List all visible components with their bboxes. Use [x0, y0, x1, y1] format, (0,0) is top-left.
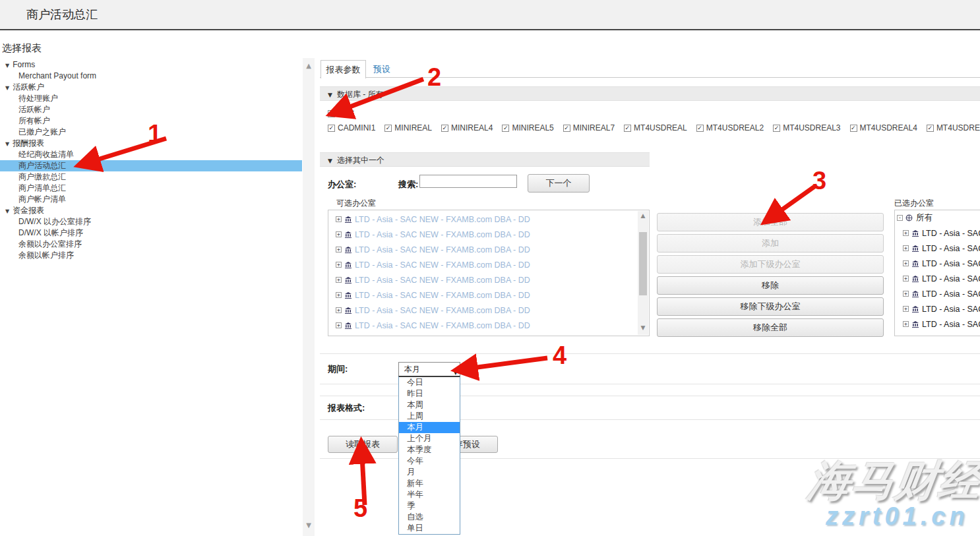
period-option[interactable]: 上个月: [399, 433, 460, 444]
database-checkbox-item[interactable]: CADMINI1: [328, 123, 375, 133]
sidebar-report-item[interactable]: 活跃帐户: [0, 104, 302, 115]
period-option[interactable]: 半年: [399, 489, 460, 500]
database-checkbox-item[interactable]: MINIREAL: [384, 123, 432, 133]
scroll-up-icon[interactable]: ▲: [638, 212, 648, 222]
sidebar-report-item[interactable]: 商户活动总汇: [0, 160, 302, 171]
sidebar-report-item[interactable]: 余额以帐户排序: [0, 250, 302, 261]
remove-all-button[interactable]: 移除全部: [657, 318, 884, 337]
next-button[interactable]: 下一个: [528, 174, 590, 193]
sidebar-report-item[interactable]: 已撤户之账户: [0, 127, 302, 138]
database-checkbox-item[interactable]: MT4USDREAL5: [927, 123, 980, 133]
selected-office-item[interactable]: +LTD - Asia - SAC NEW - FXAMB.com DBA - …: [895, 316, 980, 332]
period-option[interactable]: 今日: [399, 377, 460, 388]
selected-office-item[interactable]: +LTD - Asia - SAC NEW - FXAMB.com DBA - …: [895, 256, 980, 271]
period-option[interactable]: 昨日: [399, 388, 460, 400]
database-label: MT4USDREAL5: [936, 123, 980, 133]
expand-plus-icon[interactable]: +: [903, 245, 909, 251]
available-office-item[interactable]: +LTD - Asia - SAC NEW - FXAMB.com DBA - …: [328, 212, 637, 227]
sidebar-report-item[interactable]: 商户清单总汇: [0, 183, 302, 194]
expand-plus-icon[interactable]: +: [336, 231, 342, 237]
remove-sub-offices-button[interactable]: 移除下级办公室: [657, 297, 884, 316]
period-option[interactable]: 本月: [399, 422, 460, 433]
sidebar-report-item[interactable]: 余额以办公室排序: [0, 239, 302, 250]
database-checkbox-item[interactable]: MINIREAL4: [441, 123, 493, 133]
database-checkbox-item[interactable]: MT4USDREAL4: [850, 123, 917, 133]
tab-presets[interactable]: 预设: [367, 60, 397, 78]
selected-offices-list[interactable]: -所有+LTD - Asia - SAC NEW - FXAMB.com DBA…: [894, 210, 980, 336]
expand-plus-icon[interactable]: +: [903, 321, 909, 327]
main-scrollbar[interactable]: ▲ ▼: [303, 58, 315, 536]
sidebar-report-item[interactable]: 商户帐户清单: [0, 194, 302, 205]
selected-office-item[interactable]: +LTD - Asia - SAC NEW - FXAMB.com DBA - …: [895, 301, 980, 316]
expand-plus-icon[interactable]: +: [336, 277, 342, 283]
sidebar-group[interactable]: ▼Forms: [0, 59, 302, 71]
available-office-item[interactable]: +LTD - Asia - SAC NEW - FXAMB.com DBA - …: [328, 303, 637, 318]
expand-plus-icon[interactable]: +: [903, 276, 909, 282]
expand-plus-icon[interactable]: +: [336, 262, 342, 268]
period-option[interactable]: 新年: [399, 478, 460, 489]
period-option[interactable]: 本季度: [399, 444, 460, 456]
sidebar-report-item[interactable]: 待处理账户: [0, 93, 302, 104]
period-option[interactable]: 本周: [399, 400, 460, 411]
expand-plus-icon[interactable]: +: [903, 306, 909, 312]
office-name: LTD - Asia - SAC NEW - FXAMB.com DBA - D…: [355, 260, 530, 270]
available-office-item[interactable]: +LTD - Asia - SAC NEW - FXAMB.com DBA - …: [328, 242, 637, 257]
period-option[interactable]: 单日: [399, 523, 460, 534]
period-select[interactable]: 本月 ▼: [398, 362, 460, 376]
expand-plus-icon[interactable]: +: [336, 292, 342, 298]
expand-plus-icon[interactable]: +: [903, 260, 909, 266]
available-office-item[interactable]: +LTD - Asia - SAC NEW - FXAMB.com DBA - …: [328, 272, 637, 287]
period-option[interactable]: 今年: [399, 456, 460, 467]
database-checkbox-item[interactable]: MINIREAL7: [563, 123, 615, 133]
available-office-item[interactable]: +LTD - Asia - SAC NEW - FXAMB.com DBA - …: [328, 227, 637, 242]
selected-office-root[interactable]: -所有: [895, 210, 980, 225]
period-option[interactable]: 自选: [399, 512, 460, 523]
sidebar-report-item[interactable]: 所有帐户: [0, 115, 302, 127]
available-offices-list[interactable]: +LTD - Asia - SAC NEW - FXAMB.com DBA - …: [328, 210, 650, 336]
collapse-minus-icon[interactable]: -: [897, 215, 903, 221]
add-sub-offices-button[interactable]: 添加下级办公室: [657, 255, 884, 274]
office-search-input[interactable]: [419, 175, 517, 188]
scrollbar-thumb[interactable]: [639, 232, 647, 295]
sidebar-group[interactable]: ▼资金报表: [0, 205, 302, 216]
expand-plus-icon[interactable]: +: [336, 216, 342, 222]
scroll-down-icon[interactable]: ▼: [303, 521, 315, 532]
tab-report-parameters[interactable]: 报表参数: [321, 60, 366, 78]
sidebar-report-item[interactable]: D/W/X 以办公室排序: [0, 216, 302, 227]
sidebar-report-item[interactable]: Merchant Payout form: [0, 71, 302, 82]
available-office-item[interactable]: +LTD - Asia - SAC NEW - FXAMB.com DBA - …: [328, 318, 637, 333]
database-all-checkbox[interactable]: 所有: [328, 108, 354, 119]
load-report-button[interactable]: 读取报表: [328, 436, 398, 453]
period-option[interactable]: 上周: [399, 411, 460, 422]
expand-plus-icon[interactable]: +: [336, 307, 342, 313]
period-option[interactable]: 季: [399, 500, 460, 512]
expand-plus-icon[interactable]: +: [336, 322, 342, 328]
database-checkbox-item[interactable]: MT4USDREAL3: [773, 123, 840, 133]
scroll-up-icon[interactable]: ▲: [303, 62, 315, 73]
sidebar-report-item[interactable]: 经纪商收益清单: [0, 149, 302, 160]
add-button[interactable]: 添加: [657, 234, 884, 253]
database-checkbox-item[interactable]: MINIREAL5: [502, 123, 553, 133]
available-office-item[interactable]: +LTD - Asia - SAC NEW - FXAMB.com DBA - …: [328, 287, 637, 303]
database-checkbox-item[interactable]: MT4USDREAL: [624, 123, 687, 133]
sidebar-report-item[interactable]: 商户缴款总汇: [0, 171, 302, 183]
sidebar-group[interactable]: ▼活跃帐户: [0, 82, 302, 93]
database-checkbox-item[interactable]: MT4USDREAL2: [696, 123, 764, 133]
selected-office-item[interactable]: +LTD - Asia - SAC NEW - FXAMB.com DBA - …: [895, 271, 980, 286]
sidebar-report-item[interactable]: D/W/X 以帐户排序: [0, 227, 302, 239]
database-section-header[interactable]: ▼数据库 - 所有: [320, 86, 980, 101]
period-option[interactable]: 月: [399, 467, 460, 478]
expand-plus-icon[interactable]: +: [903, 230, 909, 236]
list-scrollbar[interactable]: ▲ ▼: [638, 211, 648, 335]
expand-plus-icon[interactable]: +: [903, 291, 909, 297]
office-section-header[interactable]: ▼选择其中一个: [320, 152, 650, 167]
remove-button[interactable]: 移除: [657, 276, 884, 295]
selected-office-item[interactable]: +LTD - Asia - SAC NEW - FXAMB.com DBA - …: [895, 225, 980, 241]
selected-office-item[interactable]: +LTD - Asia - SAC NEW - FXAMB.com DBA - …: [895, 241, 980, 256]
scroll-down-icon[interactable]: ▼: [638, 324, 648, 334]
sidebar-group[interactable]: ▼报酬报表: [0, 138, 302, 149]
available-office-item[interactable]: +LTD - Asia - SAC NEW - FXAMB.com DBA - …: [328, 257, 637, 272]
selected-office-item[interactable]: +LTD - Asia - SAC NEW - FXAMB.com DBA - …: [895, 286, 980, 301]
add-all-button[interactable]: 添加全部: [657, 213, 884, 231]
expand-plus-icon[interactable]: +: [336, 247, 342, 253]
